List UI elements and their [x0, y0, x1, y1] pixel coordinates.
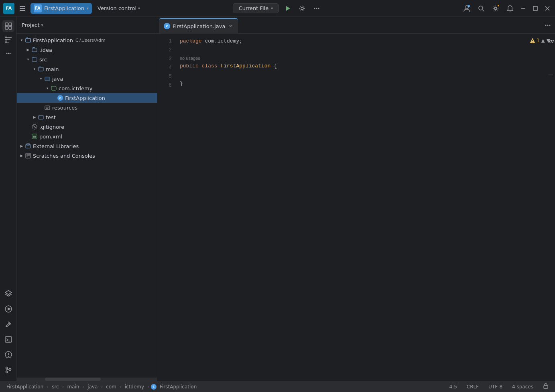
- project-scrollbar-track[interactable]: [17, 378, 157, 381]
- sidebar-build-button[interactable]: [2, 318, 14, 330]
- hamburger-line-1: [20, 6, 25, 7]
- run-button[interactable]: [282, 3, 293, 14]
- code-line-4: —: [177, 71, 555, 79]
- svg-rect-19: [9, 26, 12, 29]
- status-sep-1: ›: [47, 384, 49, 390]
- close-button[interactable]: [543, 4, 552, 13]
- status-line-ending[interactable]: CRLF: [465, 383, 480, 390]
- kw-public: public: [180, 62, 202, 71]
- sidebar-more-button[interactable]: [2, 47, 14, 59]
- settings-gear-button[interactable]: [490, 3, 501, 14]
- editor-tabs: c FirstApplication.java ✕: [157, 17, 555, 34]
- notification-button[interactable]: [504, 3, 516, 14]
- tab-filename: FirstApplication.java: [173, 23, 225, 29]
- svg-point-22: [5, 41, 7, 43]
- tree-scratches[interactable]: ▶ Scratches and Consoles: [17, 151, 157, 160]
- svg-rect-43: [32, 48, 37, 52]
- svg-point-3: [316, 8, 317, 9]
- status-ictdemy[interactable]: ictdemy: [123, 383, 146, 390]
- scratches-label: Scratches and Consoles: [33, 153, 95, 159]
- build-icon: [5, 321, 12, 328]
- hamburger-line-2: [20, 8, 25, 9]
- profile-button[interactable]: +: [461, 3, 472, 14]
- titlebar-left: FA FA FirstApplication ▾ Version control…: [3, 3, 233, 14]
- editor-margin-m-icon: 𝑚: [548, 38, 553, 45]
- line-num-1: 1: [157, 37, 172, 46]
- code-line-6: [177, 88, 555, 97]
- breadcrumb-chevron-up[interactable]: ▲: [541, 38, 545, 43]
- svg-text:m: m: [33, 135, 36, 138]
- line4-content: [180, 71, 183, 79]
- svg-point-20: [5, 37, 7, 38]
- sidebar-project-button[interactable]: [2, 20, 14, 32]
- gitignore-icon: [31, 124, 38, 130]
- sidebar-git-button[interactable]: [2, 364, 14, 376]
- tree-java[interactable]: ▾ java: [17, 74, 157, 83]
- status-indent[interactable]: 4 spaces: [510, 383, 535, 390]
- main-area: Project ▾ ▾ FirstApplication C:\Users\Ad…: [0, 17, 555, 381]
- minimize-button[interactable]: [519, 4, 528, 13]
- tree-resources[interactable]: ▶ resources: [17, 103, 157, 112]
- ext-lib-arrow-icon: ▶: [18, 143, 25, 149]
- sidebar-run-button[interactable]: [2, 303, 14, 315]
- tree-main[interactable]: ▾ main: [17, 64, 157, 74]
- build-settings-button[interactable]: [297, 3, 308, 14]
- svg-point-21: [5, 39, 7, 41]
- sidebar-structure-button[interactable]: [2, 34, 14, 46]
- tree-root[interactable]: ▾ FirstApplication C:\Users\Adm: [17, 35, 157, 45]
- maximize-button[interactable]: [531, 4, 540, 13]
- svg-point-28: [9, 53, 10, 54]
- status-com[interactable]: com: [104, 383, 118, 390]
- sidebar-layers-button[interactable]: [2, 288, 14, 300]
- build-settings-icon: [299, 5, 305, 12]
- svg-text:+: +: [468, 5, 470, 8]
- idea-arrow-icon: ▶: [25, 47, 31, 53]
- svg-rect-48: [51, 86, 56, 90]
- code-line-1: package com.ictdemy;: [177, 37, 555, 46]
- version-control-button[interactable]: Version control ▾: [94, 4, 143, 13]
- no-usages-text: no usages: [180, 54, 200, 63]
- status-encoding[interactable]: UTF-8: [487, 383, 504, 390]
- svg-point-27: [8, 53, 9, 54]
- warning-icon: [530, 38, 535, 43]
- tree-gitignore[interactable]: ▶ .gitignore: [17, 122, 157, 132]
- java-arrow-icon: ▾: [38, 75, 44, 82]
- editor-tab-firstapplication[interactable]: c FirstApplication.java ✕: [159, 18, 238, 33]
- tree-test[interactable]: ▶ test: [17, 112, 157, 122]
- tree-idea[interactable]: ▶ .idea: [17, 45, 157, 55]
- project-header[interactable]: Project ▾: [17, 17, 157, 34]
- sidebar-terminal-button[interactable]: [2, 333, 14, 345]
- code-editor[interactable]: package com.ictdemy; no usages public cl…: [177, 34, 555, 381]
- left-sidebar-icons: [0, 17, 17, 381]
- minimize-icon: [521, 6, 526, 11]
- editor-area: c FirstApplication.java ✕ 1 2 3: [157, 17, 555, 381]
- more-options-button[interactable]: [311, 3, 322, 14]
- search-button[interactable]: [476, 3, 487, 14]
- tree-src[interactable]: ▾ src: [17, 55, 157, 64]
- status-fa-class[interactable]: FirstApplication: [158, 383, 198, 390]
- svg-marker-31: [8, 307, 11, 311]
- tree-external-libraries[interactable]: ▶ External Libraries: [17, 141, 157, 151]
- com-label: com.ictdemy: [59, 85, 92, 91]
- svg-point-2: [314, 8, 315, 9]
- status-sep-2: ›: [62, 384, 64, 390]
- status-java[interactable]: java: [86, 383, 99, 390]
- tree-firstapplication-file[interactable]: ▶ c FirstApplication: [17, 93, 157, 103]
- sidebar-problems-button[interactable]: [2, 349, 14, 361]
- app-name-button[interactable]: FA FirstApplication ▾: [30, 3, 92, 14]
- tabs-more-button[interactable]: [542, 20, 553, 31]
- status-lock-button[interactable]: [541, 382, 550, 391]
- project-scrollbar-thumb[interactable]: [45, 378, 101, 381]
- kw-class: class: [202, 62, 221, 71]
- current-file-button[interactable]: Current File ▾: [233, 3, 279, 13]
- status-main[interactable]: main: [65, 383, 81, 390]
- status-position[interactable]: 4:5: [447, 383, 458, 390]
- tree-com-ictdemy[interactable]: ▾ com.ictdemy: [17, 83, 157, 93]
- status-firstapplication[interactable]: FirstApplication: [5, 383, 45, 390]
- test-folder-icon: [38, 114, 44, 120]
- status-src[interactable]: src: [50, 383, 61, 390]
- maximize-icon: [533, 6, 538, 11]
- hamburger-button[interactable]: [17, 3, 28, 14]
- tab-close-button[interactable]: ✕: [228, 23, 233, 29]
- tree-pom[interactable]: ▶ m pom.xml: [17, 132, 157, 141]
